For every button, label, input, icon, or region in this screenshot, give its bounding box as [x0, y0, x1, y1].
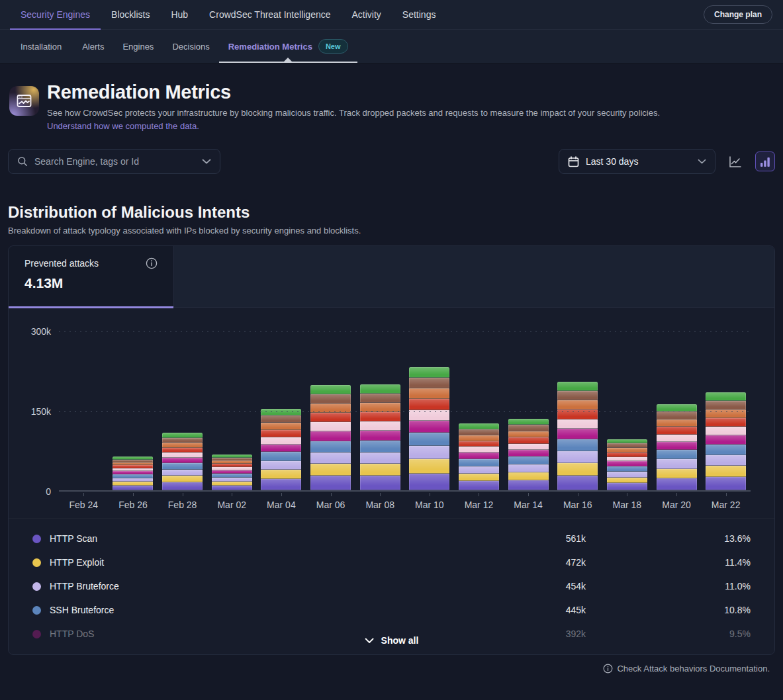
bar-segment-other-3[interactable] — [162, 443, 203, 448]
bar-segment-ssh-bruteforce[interactable] — [508, 457, 549, 464]
bar-segment-other-4[interactable] — [706, 401, 746, 410]
bar-segment-other-1[interactable] — [657, 435, 697, 442]
bar-segment-http-exploit[interactable] — [162, 476, 203, 482]
bar-segment-http-scan[interactable] — [706, 477, 746, 490]
topnav-tab-settings[interactable]: Settings — [392, 0, 447, 29]
bar-segment-http-scan[interactable] — [409, 474, 449, 490]
bar-segment-other-1[interactable] — [706, 427, 746, 435]
bar-segment-http-dos[interactable] — [508, 450, 549, 457]
topnav-tab-crowdsec-threat-intelligence[interactable]: CrowdSec Threat Intelligence — [199, 0, 341, 29]
bar-segment-http-dos[interactable] — [261, 445, 301, 453]
line-chart-toggle-button[interactable] — [725, 152, 745, 171]
subnav-item-remediation-metrics[interactable]: Remediation MetricsNew — [219, 30, 357, 63]
bar-segment-other-5[interactable] — [607, 439, 647, 444]
bar-segment-other-4[interactable] — [508, 425, 549, 431]
bar-segment-ssh-bruteforce[interactable] — [657, 450, 697, 459]
legend-row-ssh-bruteforce[interactable]: SSH Bruteforce445k10.8% — [32, 598, 751, 622]
bar-segment-http-dos[interactable] — [360, 431, 400, 441]
bar-segment-http-scan[interactable] — [162, 482, 203, 490]
bar-segment-ssh-bruteforce[interactable] — [706, 445, 746, 455]
bar-segment-other-3[interactable] — [508, 431, 549, 437]
bar-segment-http-dos[interactable] — [162, 458, 203, 463]
bar-segment-other-4[interactable] — [409, 378, 449, 388]
bar-segment-other-5[interactable] — [310, 385, 351, 394]
bar-segment-other-4[interactable] — [459, 429, 499, 435]
bar-segment-http-bruteforce[interactable] — [657, 459, 697, 468]
bar-segment-http-scan[interactable] — [459, 481, 499, 490]
bar-segment-http-scan[interactable] — [212, 486, 252, 490]
bar-segment-other-2[interactable] — [508, 437, 549, 444]
bar-segment-ssh-bruteforce[interactable] — [162, 463, 203, 469]
bar-segment-http-dos[interactable] — [310, 431, 351, 441]
bar-segment-other-4[interactable] — [607, 443, 647, 448]
bar-segment-other-1[interactable] — [310, 422, 351, 431]
bar-segment-other-3[interactable] — [657, 419, 697, 427]
bar-segment-http-bruteforce[interactable] — [409, 446, 449, 460]
bar-segment-http-dos[interactable] — [706, 435, 746, 445]
bar-segment-http-dos[interactable] — [459, 453, 499, 459]
bar-segment-other-5[interactable] — [459, 423, 499, 429]
subnav-item-decisions[interactable]: Decisions — [163, 30, 218, 63]
bar-segment-ssh-bruteforce[interactable] — [360, 441, 400, 452]
legend-row-http-bruteforce[interactable]: HTTP Bruteforce454k11.0% — [32, 574, 751, 598]
info-icon[interactable] — [146, 257, 158, 269]
bar-segment-http-exploit[interactable] — [409, 459, 449, 473]
bar-segment-http-exploit[interactable] — [310, 464, 351, 476]
date-range-select[interactable]: Last 30 days — [559, 149, 715, 174]
bar-segment-other-1[interactable] — [162, 453, 203, 458]
topnav-tab-hub[interactable]: Hub — [160, 0, 199, 29]
prevented-attacks-tab[interactable]: Prevented attacks 4.13M — [9, 246, 174, 308]
bar-segment-http-scan[interactable] — [607, 483, 647, 490]
bar-segment-other-4[interactable] — [557, 391, 598, 400]
bar-segment-http-scan[interactable] — [557, 476, 598, 490]
bar-segment-other-1[interactable] — [459, 447, 499, 453]
bar-segment-http-bruteforce[interactable] — [459, 466, 499, 474]
bar-segment-other-3[interactable] — [261, 423, 301, 430]
bar-segment-other-2[interactable] — [607, 453, 647, 457]
bar-segment-http-bruteforce[interactable] — [162, 470, 203, 476]
bar-segment-http-bruteforce[interactable] — [310, 453, 351, 464]
bar-chart-toggle-button[interactable] — [755, 152, 775, 171]
bar-segment-http-exploit[interactable] — [508, 472, 549, 480]
bar-segment-ssh-bruteforce[interactable] — [310, 441, 351, 453]
bar-segment-http-bruteforce[interactable] — [261, 461, 301, 470]
bar-segment-http-scan[interactable] — [310, 476, 351, 490]
bar-segment-other-5[interactable] — [360, 384, 400, 394]
bar-segment-http-dos[interactable] — [607, 461, 647, 466]
subnav-item-engines[interactable]: Engines — [113, 30, 163, 63]
bar-segment-other-5[interactable] — [508, 419, 549, 425]
topnav-tab-blocklists[interactable]: Blocklists — [101, 0, 160, 29]
subnav-item-installation[interactable]: Installation — [21, 30, 73, 63]
bar-segment-other-3[interactable] — [409, 388, 449, 399]
bar-segment-other-5[interactable] — [162, 433, 203, 438]
bar-segment-other-1[interactable] — [557, 419, 598, 429]
bar-segment-http-bruteforce[interactable] — [607, 472, 647, 478]
bar-segment-http-exploit[interactable] — [607, 478, 647, 484]
bar-segment-other-2[interactable] — [162, 448, 203, 453]
bar-segment-other-2[interactable] — [310, 413, 351, 422]
bar-segment-http-scan[interactable] — [113, 486, 153, 490]
subnav-item-alerts[interactable]: Alerts — [73, 30, 113, 63]
bar-segment-ssh-bruteforce[interactable] — [261, 452, 301, 460]
bar-segment-http-dos[interactable] — [657, 442, 697, 450]
bar-segment-http-dos[interactable] — [557, 429, 598, 439]
documentation-link[interactable]: Check Attack behaviors Documentation. — [617, 664, 770, 674]
bar-segment-http-scan[interactable] — [261, 479, 301, 490]
bar-segment-other-2[interactable] — [657, 427, 697, 434]
bar-segment-other-1[interactable] — [607, 457, 647, 462]
legend-row-http-exploit[interactable]: HTTP Exploit472k11.4% — [32, 550, 751, 574]
bar-segment-other-3[interactable] — [557, 400, 598, 410]
legend-row-http-scan[interactable]: HTTP Scan561k13.6% — [32, 527, 751, 550]
bar-segment-http-dos[interactable] — [409, 421, 449, 433]
bar-segment-other-4[interactable] — [657, 412, 697, 419]
bar-segment-ssh-bruteforce[interactable] — [459, 459, 499, 466]
bar-segment-other-2[interactable] — [360, 412, 400, 421]
bar-segment-http-bruteforce[interactable] — [557, 451, 598, 463]
bar-segment-ssh-bruteforce[interactable] — [409, 433, 449, 446]
bar-segment-other-3[interactable] — [459, 435, 499, 441]
bar-segment-http-exploit[interactable] — [261, 470, 301, 479]
bar-segment-http-bruteforce[interactable] — [360, 453, 400, 464]
bar-segment-other-1[interactable] — [261, 437, 301, 445]
bar-segment-http-exploit[interactable] — [657, 469, 697, 479]
bar-segment-other-1[interactable] — [409, 410, 449, 421]
